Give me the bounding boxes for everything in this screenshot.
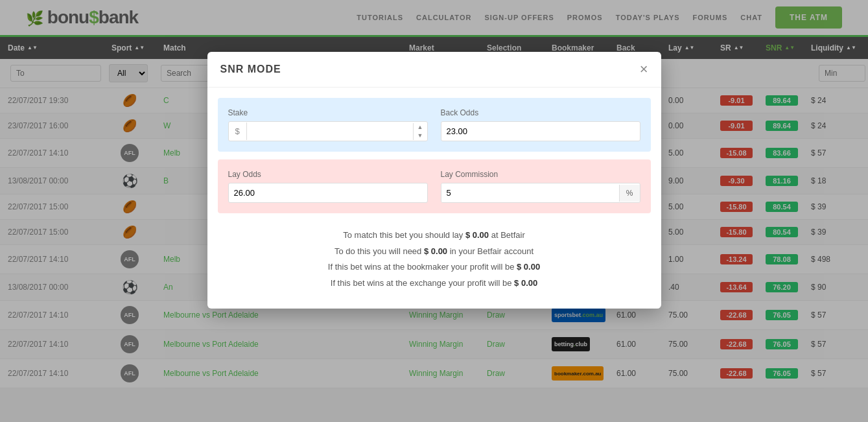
stake-up-button[interactable]: ▲: [414, 123, 427, 132]
lay-commission-input-wrapper: %: [441, 183, 640, 203]
result-line3: If this bet wins at the bookmaker your p…: [228, 259, 640, 275]
lay-section: Lay Odds Lay Commission %: [218, 159, 651, 213]
stake-section: Stake $ ▲ ▼ Back Odds: [218, 98, 651, 152]
lay-odds-input[interactable]: [228, 183, 428, 203]
back-odds-input[interactable]: [441, 121, 640, 141]
modal-body: Stake $ ▲ ▼ Back Odds: [207, 88, 661, 309]
stake-input[interactable]: [247, 122, 413, 141]
back-odds-label: Back Odds: [441, 108, 640, 117]
back-odds-group: Back Odds: [441, 108, 640, 141]
lay-commission-group: Lay Commission %: [441, 170, 640, 203]
lay-odds-label: Lay Odds: [228, 170, 428, 179]
stake-down-button[interactable]: ▼: [414, 132, 427, 140]
currency-icon: $: [229, 123, 247, 140]
modal-title: SNR MODE: [220, 64, 281, 75]
result-line2: To do this you will need $ 0.00 in your …: [228, 244, 640, 260]
lay-commission-input[interactable]: [441, 183, 619, 202]
lay-commission-label: Lay Commission: [441, 170, 640, 179]
stake-spinner: ▲ ▼: [413, 123, 427, 140]
modal-overlay: SNR MODE × Stake $ ▲ ▼: [0, 0, 868, 388]
stake-label: Stake: [228, 108, 428, 117]
snr-modal: SNR MODE × Stake $ ▲ ▼: [207, 52, 661, 309]
lay-odds-group: Lay Odds: [228, 170, 428, 203]
result-line4: If this bet wins at the exchange your pr…: [228, 275, 640, 292]
stake-input-wrapper: $ ▲ ▼: [228, 121, 428, 141]
modal-header: SNR MODE ×: [207, 52, 661, 88]
modal-close-button[interactable]: ×: [640, 62, 648, 76]
percent-suffix: %: [619, 185, 640, 202]
result-line1: To match this bet you should lay $ 0.00 …: [228, 228, 640, 244]
stake-group: Stake $ ▲ ▼: [228, 108, 428, 141]
modal-result: To match this bet you should lay $ 0.00 …: [218, 221, 651, 298]
